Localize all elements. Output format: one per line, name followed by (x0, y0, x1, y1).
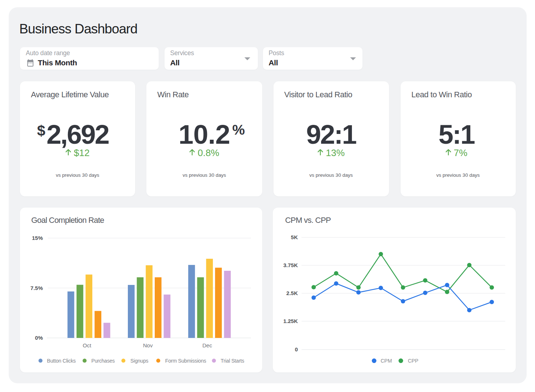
svg-text:Purchases: Purchases (92, 358, 115, 364)
svg-text:2.5K: 2.5K (286, 290, 298, 296)
svg-text:CPP: CPP (408, 358, 418, 364)
svg-text:Dec: Dec (202, 342, 212, 348)
svg-text:0%: 0% (35, 335, 43, 341)
svg-text:Form Submissions: Form Submissions (165, 358, 206, 364)
svg-text:Button Clicks: Button Clicks (47, 358, 76, 364)
svg-text:7.5%: 7.5% (31, 285, 43, 291)
svg-text:15%: 15% (32, 235, 43, 241)
svg-text:Oct: Oct (83, 342, 92, 348)
svg-text:1.25K: 1.25K (283, 318, 298, 324)
svg-text:0: 0 (295, 346, 298, 352)
svg-text:Trial Starts: Trial Starts (221, 358, 244, 364)
svg-text:3.75K: 3.75K (283, 262, 298, 268)
svg-text:Nov: Nov (143, 342, 153, 348)
svg-text:5K: 5K (291, 234, 298, 240)
svg-text:CPM: CPM (381, 358, 392, 364)
svg-text:Signups: Signups (130, 358, 148, 364)
